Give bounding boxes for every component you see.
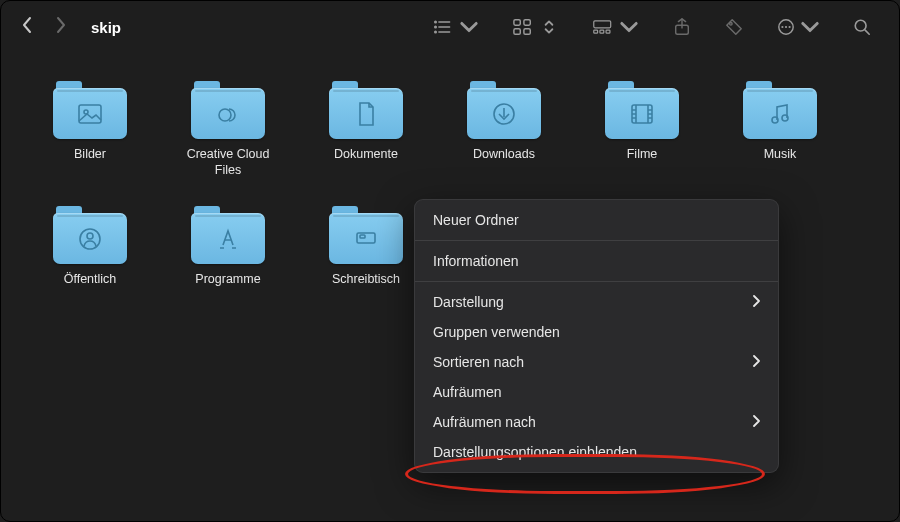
svg-point-19 [789,26,791,28]
folder-icon [191,81,265,139]
menu-separator [415,240,778,241]
svg-point-15 [730,23,733,26]
view-icons-button[interactable] [513,18,559,36]
menu-item-label: Aufräumen nach [433,414,536,430]
folder-item-programme[interactable]: Programme [173,206,283,288]
applications-icon [214,225,242,253]
forward-button[interactable] [53,16,69,38]
chevron-down-icon [619,18,639,36]
more-button[interactable] [777,18,819,36]
svg-point-0 [435,21,437,23]
svg-point-17 [781,26,783,28]
svg-point-20 [855,20,866,31]
menu-item-label: Informationen [433,253,519,269]
folder-icon [743,81,817,139]
svg-point-18 [785,26,787,28]
menu-item-label: Darstellungsoptionen einblenden [433,444,637,460]
folder-item-downloads[interactable]: Downloads [449,81,559,178]
svg-rect-10 [594,21,611,28]
svg-line-21 [865,30,869,34]
folder-icon [605,81,679,139]
svg-point-4 [435,31,437,33]
share-button[interactable] [673,18,691,36]
chevron-right-icon [752,354,760,370]
svg-rect-22 [79,105,101,123]
toolbar: skip [1,1,899,53]
view-gallery-button[interactable] [593,18,639,36]
svg-rect-12 [600,30,604,33]
menu-separator [415,281,778,282]
download-icon [490,100,518,128]
music-icon [766,100,794,128]
svg-rect-11 [594,30,598,33]
chevron-right-icon [752,414,760,430]
film-icon [628,100,656,128]
folder-label: Filme [627,147,658,163]
folder-label: Programme [195,272,260,288]
menu-item-clean-up[interactable]: Aufräumen [415,377,778,407]
svg-rect-9 [524,29,530,34]
folder-label: Bilder [74,147,106,163]
folder-label: Musik [764,147,797,163]
menu-item-label: Sortieren nach [433,354,524,370]
menu-item-show-view-options[interactable]: Darstellungsoptionen einblenden [415,437,778,467]
menu-item-new-folder[interactable]: Neuer Ordner [415,205,778,235]
back-button[interactable] [19,16,35,38]
window-title: skip [91,19,121,36]
menu-item-label: Gruppen verwenden [433,324,560,340]
svg-rect-7 [524,20,530,25]
menu-item-label: Darstellung [433,294,504,310]
menu-item-label: Aufräumen [433,384,501,400]
folder-item-filme[interactable]: Filme [587,81,697,178]
folder-label: Öffentlich [64,272,117,288]
chevron-down-icon [459,18,479,36]
folder-label: Schreibtisch [332,272,400,288]
svg-rect-41 [360,235,365,238]
menu-item-label: Neuer Ordner [433,212,519,228]
folder-item-musik[interactable]: Musik [725,81,835,178]
tags-button[interactable] [725,18,743,36]
folder-icon [467,81,541,139]
menu-item-sort-by[interactable]: Sortieren nach [415,347,778,377]
nav-arrows [19,16,69,38]
svg-rect-13 [606,30,610,33]
search-button[interactable] [853,18,871,36]
folder-icon [53,206,127,264]
creative-cloud-icon [214,100,242,128]
folder-icon [329,206,403,264]
public-icon [76,225,104,253]
folder-item-oeffentlich[interactable]: Öffentlich [35,206,145,288]
menu-item-view-as[interactable]: Darstellung [415,287,778,317]
chevron-updown-icon [539,18,559,36]
desktop-icon [352,225,380,253]
folder-icon [53,81,127,139]
chevron-down-icon [801,18,819,36]
menu-item-use-groups[interactable]: Gruppen verwenden [415,317,778,347]
svg-rect-6 [514,20,520,25]
folder-item-bilder[interactable]: Bilder [35,81,145,178]
menu-item-clean-up-by[interactable]: Aufräumen nach [415,407,778,437]
folder-label: Dokumente [334,147,398,163]
context-menu: Neuer Ordner Informationen Darstellung G… [414,199,779,473]
folder-icon [329,81,403,139]
folder-label: Downloads [473,147,535,163]
chevron-right-icon [752,294,760,310]
folder-item-dokumente[interactable]: Dokumente [311,81,421,178]
svg-point-38 [87,233,93,239]
folder-item-schreibtisch[interactable]: Schreibtisch [311,206,421,288]
folder-icon [191,206,265,264]
document-icon [352,100,380,128]
view-list-button[interactable] [433,18,479,36]
menu-item-get-info[interactable]: Informationen [415,246,778,276]
picture-icon [76,100,104,128]
folder-item-creative-cloud[interactable]: Creative Cloud Files [173,81,283,178]
svg-rect-8 [514,29,520,34]
toolbar-actions [433,18,871,36]
folder-label: Creative Cloud Files [173,147,283,178]
svg-point-2 [435,26,437,28]
svg-point-24 [219,109,231,121]
